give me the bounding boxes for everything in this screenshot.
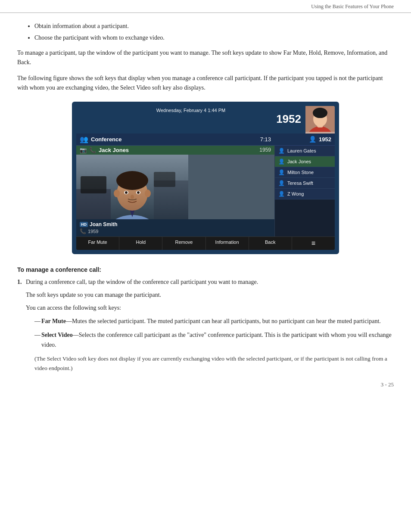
hd-icon: HD <box>80 222 88 227</box>
section-heading: To manage a conference call: <box>17 266 394 273</box>
self-ext: 1952 <box>319 136 331 143</box>
softkey-bar: Far Mute Hold Remove Information Back <box>76 236 335 250</box>
softkey-menu[interactable]: ≡ <box>292 237 335 250</box>
participant-icon-2: 👤 <box>278 159 285 165</box>
second-caller-name: Joan Smith <box>90 221 118 227</box>
conference-time: 7:13 <box>260 136 271 143</box>
svg-rect-10 <box>154 172 175 187</box>
self-icon: 👤 <box>309 136 316 143</box>
phone-figure: Wednesday, February 4 1:44 PM 1952 <box>72 102 339 254</box>
softkey-far-mute[interactable]: Far Mute <box>76 237 119 250</box>
participant-name-4: Teresa Swift <box>287 180 313 186</box>
second-call-phone-icon: 📞 <box>80 228 86 234</box>
paragraph-2: The following figure shows the soft keys… <box>17 74 394 93</box>
softkey-information[interactable]: Information <box>206 237 249 250</box>
participant-milton[interactable]: 👤 Milton Stone <box>275 167 335 178</box>
second-call-bar: HD Joan Smith 📞 1959 <box>76 219 274 236</box>
step-1-text: During a conference call, tap the window… <box>26 279 258 285</box>
active-caller-ext: 1959 <box>259 147 271 153</box>
status-datetime: Wednesday, February 4 1:44 PM <box>81 108 301 113</box>
participant-icon-4: 👤 <box>278 180 285 186</box>
participant-name-1: Lauren Gates <box>287 148 316 153</box>
participant-teresa[interactable]: 👤 Teresa Swift <box>275 178 335 189</box>
active-call-cam-icon: 📷 <box>80 147 87 153</box>
dash-term-1: Far Mute <box>41 318 66 324</box>
dash-desc-1: Mutes the selected participant. The mute… <box>72 318 381 324</box>
active-call-phone-icon: 📞 <box>89 147 96 153</box>
conference-label: Conference <box>91 136 122 143</box>
top-right-avatar <box>305 106 335 134</box>
participant-icon-1: 👤 <box>278 148 285 154</box>
phone-screen: Wednesday, February 4 1:44 PM 1952 <box>76 106 335 250</box>
svg-point-22 <box>131 195 134 199</box>
participant-jack[interactable]: 👤 Jack Jones <box>275 156 335 167</box>
svg-point-5 <box>313 109 327 118</box>
svg-point-21 <box>137 191 140 194</box>
step-1: During a conference call, tap the window… <box>17 277 394 373</box>
status-ext: 1952 <box>81 113 301 125</box>
conference-icon: 👥 <box>80 135 88 143</box>
video-area <box>76 155 274 219</box>
dash-desc-2: Selects the conference call participant … <box>41 332 392 348</box>
instructions-list: During a conference call, tap the window… <box>17 277 394 373</box>
participant-zwong[interactable]: 👤 Z Wong <box>275 189 335 199</box>
step-1-sub2: You can access the following soft keys: <box>26 303 394 313</box>
participant-name-5: Z Wong <box>287 191 304 196</box>
participant-name-2: Jack Jones <box>287 159 311 164</box>
phone-left-panel: 📷 📞 Jack Jones 1959 <box>76 146 274 236</box>
softkey-remove[interactable]: Remove <box>162 237 206 250</box>
dash-list: Far Mute—Mutes the selected participant.… <box>34 317 394 350</box>
page-container: Using the Basic Features of Your Phone O… <box>0 0 411 532</box>
bullet-item-1: Obtain information about a participant. <box>34 22 394 31</box>
menu-icon: ≡ <box>311 240 315 247</box>
second-caller-ext: 1959 <box>88 229 98 234</box>
content-area: Obtain information about a participant. … <box>0 13 411 401</box>
softkey-hold[interactable]: Hold <box>119 237 162 250</box>
svg-rect-7 <box>76 189 111 219</box>
page-header: Using the Basic Features of Your Phone <box>0 0 411 13</box>
svg-point-17 <box>145 190 151 197</box>
step-1-note: (The Select Video soft key does not disp… <box>34 354 394 373</box>
participant-name-3: Milton Stone <box>287 170 314 175</box>
bullet-item-2: Choose the participant with whom to exch… <box>34 33 394 42</box>
active-caller-name: Jack Jones <box>99 147 129 153</box>
bullet-list: Obtain information about a participant. … <box>34 22 394 42</box>
svg-rect-9 <box>81 176 106 193</box>
dash-term-2: Select Video <box>41 332 73 338</box>
dash-item-select-video: Select Video—Selects the conference call… <box>34 330 394 350</box>
svg-point-15 <box>116 171 148 190</box>
participant-lauren[interactable]: 👤 Lauren Gates <box>275 146 335 156</box>
softkey-back[interactable]: Back <box>249 237 292 250</box>
participant-list: 👤 Lauren Gates 👤 Jack Jones 👤 Milton Sto… <box>274 146 335 236</box>
participant-icon-3: 👤 <box>278 169 285 175</box>
svg-point-16 <box>114 190 120 197</box>
svg-point-20 <box>125 191 128 194</box>
paragraph-1: To manage a participant, tap the window … <box>17 48 394 68</box>
step-1-sub1: The soft keys update so you can manage t… <box>26 290 394 300</box>
dash-item-far-mute: Far Mute—Mutes the selected participant.… <box>34 317 394 326</box>
header-title: Using the Basic Features of Your Phone <box>311 3 394 9</box>
page-number: 3 - 25 <box>17 381 394 388</box>
participant-icon-5: 👤 <box>278 191 285 197</box>
